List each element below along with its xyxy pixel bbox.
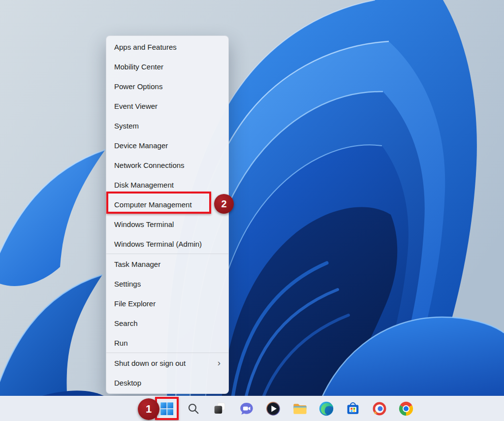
- step-badge-1-number: 1: [146, 403, 152, 416]
- menu-item-label: Disk Management: [114, 181, 174, 189]
- media-player-button[interactable]: [263, 399, 283, 419]
- media-player-icon: [265, 400, 282, 417]
- red-browser-button[interactable]: [370, 399, 389, 419]
- step-badge-2-number: 2: [221, 198, 226, 210]
- taskbar-icons: [157, 399, 416, 419]
- menu-item-label: Run: [114, 339, 128, 347]
- microsoft-store-button[interactable]: [343, 399, 363, 419]
- menu-item-system[interactable]: System: [106, 116, 228, 135]
- menu-item-windows-terminal[interactable]: Windows Terminal: [106, 214, 228, 234]
- task-view-icon: [212, 400, 228, 417]
- menu-item-run[interactable]: Run: [106, 333, 228, 353]
- menu-item-label: Apps and Features: [114, 43, 177, 51]
- menu-item-file-explorer[interactable]: File Explorer: [106, 293, 228, 313]
- menu-item-device-manager[interactable]: Device Manager: [106, 135, 228, 155]
- menu-item-label: File Explorer: [114, 299, 156, 308]
- menu-item-label: Power Options: [114, 82, 162, 91]
- winx-context-menu: Apps and Features Mobility Center Power …: [106, 35, 229, 394]
- menu-item-desktop[interactable]: Desktop: [106, 373, 228, 392]
- menu-item-label: Mobility Center: [114, 63, 163, 71]
- menu-item-label: Desktop: [114, 379, 141, 387]
- chat-icon: [238, 400, 255, 417]
- menu-item-label: Windows Terminal (Admin): [114, 240, 202, 248]
- chevron-right-icon: ›: [218, 358, 220, 367]
- menu-item-power-options[interactable]: Power Options: [106, 76, 228, 96]
- step-badge-1: 1: [138, 398, 159, 420]
- menu-item-settings[interactable]: Settings: [106, 274, 228, 293]
- red-browser-icon: [371, 400, 388, 417]
- chrome-icon: [398, 400, 414, 417]
- menu-item-shut-down-or-sign-out[interactable]: Shut down or sign out ›: [106, 353, 228, 373]
- chat-button[interactable]: [237, 399, 256, 419]
- step-badge-2: 2: [214, 194, 234, 214]
- menu-item-label: Network Connections: [114, 161, 185, 169]
- task-view-button[interactable]: [210, 399, 230, 419]
- menu-item-search[interactable]: Search: [106, 313, 228, 333]
- menu-item-label: Device Manager: [114, 141, 168, 150]
- menu-item-label: Settings: [114, 280, 141, 288]
- menu-item-apps-and-features[interactable]: Apps and Features: [106, 37, 228, 57]
- file-explorer-icon: [291, 400, 309, 418]
- search-button[interactable]: [184, 399, 203, 419]
- chrome-button[interactable]: [396, 399, 416, 419]
- menu-item-network-connections[interactable]: Network Connections: [106, 155, 228, 175]
- menu-item-windows-terminal-admin[interactable]: Windows Terminal (Admin): [106, 234, 228, 254]
- menu-item-event-viewer[interactable]: Event Viewer: [106, 96, 228, 116]
- microsoft-store-icon: [345, 400, 361, 417]
- menu-item-label: Search: [114, 319, 138, 327]
- menu-item-label: Task Manager: [114, 260, 160, 268]
- edge-icon: [318, 400, 335, 417]
- menu-item-mobility-center[interactable]: Mobility Center: [106, 57, 228, 76]
- highlight-box-computer-management: [106, 192, 211, 214]
- menu-item-label: Event Viewer: [114, 102, 158, 110]
- desktop-wallpaper: [0, 0, 504, 421]
- menu-item-label: System: [114, 122, 139, 130]
- menu-item-label: Shut down or sign out: [114, 359, 186, 367]
- taskbar: [0, 396, 504, 421]
- search-icon: [186, 401, 201, 417]
- desktop: Apps and Features Mobility Center Power …: [0, 0, 504, 421]
- menu-item-task-manager[interactable]: Task Manager: [106, 254, 228, 274]
- edge-button[interactable]: [316, 399, 336, 419]
- menu-item-label: Windows Terminal: [114, 220, 174, 228]
- file-explorer-button[interactable]: [290, 399, 310, 419]
